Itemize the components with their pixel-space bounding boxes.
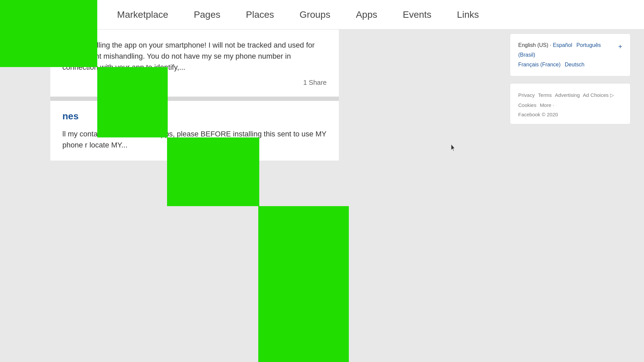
nav-places[interactable]: Places: [233, 9, 287, 20]
nav-marketplace[interactable]: Marketplace: [104, 9, 181, 20]
footer-section: Privacy Terms Advertising Ad Choices ▷ C…: [510, 83, 631, 124]
nav-pages[interactable]: Pages: [181, 9, 233, 20]
mouse-cursor: [451, 144, 456, 152]
language-links: + English (US) · Español Português (Bras…: [518, 41, 622, 69]
lang-francais[interactable]: Français (France): [518, 62, 560, 67]
right-sidebar: + English (US) · Español Português (Bras…: [510, 34, 631, 124]
cookies-link[interactable]: Cookies: [518, 102, 536, 108]
nav-apps[interactable]: Apps: [343, 9, 390, 20]
lang-espanol[interactable]: Español: [553, 42, 572, 48]
advertising-link[interactable]: Advertising: [555, 92, 580, 98]
copyright-text: Facebook © 2020: [518, 112, 622, 117]
post-divider: [50, 97, 339, 101]
green-overlay-2: [97, 67, 168, 137]
nav-links[interactable]: Links: [444, 9, 491, 20]
green-overlay-1: [0, 0, 97, 67]
green-overlay-3: [167, 137, 259, 206]
language-section: + English (US) · Español Português (Bras…: [510, 34, 631, 76]
lang-english[interactable]: English (US) ·: [518, 42, 553, 48]
nav-events[interactable]: Events: [390, 9, 444, 20]
lang-deutsch[interactable]: Deutsch: [565, 62, 585, 67]
lang-plus[interactable]: +: [618, 41, 622, 53]
footer-links: Privacy Terms Advertising Ad Choices ▷ C…: [518, 90, 622, 110]
green-overlay-4: [258, 206, 349, 362]
terms-link[interactable]: Terms: [538, 92, 552, 98]
ad-choices-link[interactable]: Ad Choices ▷: [583, 92, 614, 98]
nav-groups[interactable]: Groups: [287, 9, 343, 20]
more-link[interactable]: More ·: [540, 102, 554, 108]
privacy-link[interactable]: Privacy: [518, 92, 535, 98]
